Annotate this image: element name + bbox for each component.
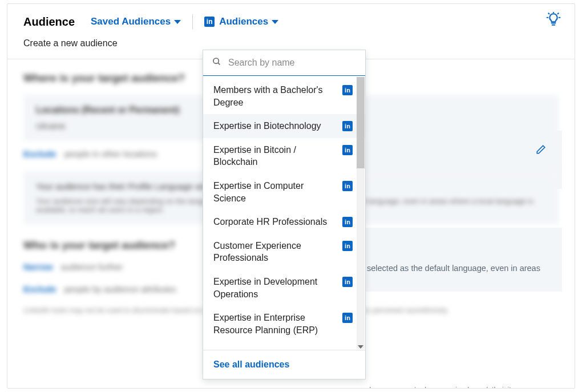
exclude-link[interactable]: Exclude (23, 149, 56, 159)
saved-audiences-dropdown[interactable]: Saved Audiences (91, 16, 181, 27)
dropdown-item-label: Expertise in Enterprise Resource Plannin… (213, 312, 328, 336)
dropdown-footer: See all audiences (203, 350, 365, 379)
dropdown-item[interactable]: Corporate HR Professionalsin (203, 210, 365, 234)
dropdown-item[interactable]: Expertise in Development Operationsin (203, 270, 365, 306)
pencil-icon (536, 144, 546, 155)
dropdown-item-label: Customer Experience Professionals (213, 240, 328, 264)
exclude-locations-text: people in other locations (64, 149, 157, 159)
audiences-label: Audiences (219, 16, 268, 27)
exclude-attr-text: people by audience attributes (64, 284, 176, 294)
dropdown-item-label: Members with a Bachelor's Degree (213, 84, 328, 108)
chevron-down-icon (174, 20, 181, 24)
linkedin-icon: in (342, 241, 353, 251)
dropdown-item-label: Expertise in Bitcoin / Blockchain (213, 144, 328, 168)
scroll-down-arrow-icon[interactable] (358, 345, 363, 349)
chevron-down-icon (272, 20, 278, 24)
linkedin-icon: in (342, 277, 353, 287)
dropdown-item-label: Expertise in Computer Science (213, 180, 328, 204)
audiences-dropdown-panel: Members with a Bachelor's DegreeinExpert… (203, 50, 366, 379)
lightbulb-icon (546, 12, 561, 27)
svg-line-6 (218, 63, 220, 64)
linkedin-icon: in (342, 217, 353, 227)
exclude-attr-link[interactable]: Exclude (23, 284, 56, 294)
svg-point-5 (213, 58, 219, 63)
dropdown-item[interactable]: Expertise in Biotechnologyin (203, 114, 365, 138)
dropdown-scrollbar-thumb[interactable] (357, 77, 365, 168)
vertical-divider (192, 14, 193, 29)
linkedin-icon: in (342, 313, 353, 323)
svg-line-3 (548, 13, 549, 14)
tips-button[interactable] (546, 12, 561, 30)
dropdown-item[interactable]: Expertise in Enterprise Resource Plannin… (203, 306, 365, 342)
dropdown-item[interactable]: Members with a Bachelor's Degreein (203, 78, 365, 114)
dropdown-list[interactable]: Members with a Bachelor's DegreeinExpert… (203, 76, 365, 350)
edit-locations-button[interactable] (536, 144, 546, 157)
linkedin-icon: in (342, 121, 353, 131)
narrow-text: audience further (61, 262, 123, 272)
svg-line-4 (558, 13, 559, 14)
fine-print-visible-tail: der, age, or actual or perceived race/et… (367, 385, 516, 389)
saved-audiences-label: Saved Audiences (91, 16, 171, 27)
dropdown-list-container: Members with a Bachelor's DegreeinExpert… (203, 76, 365, 350)
search-icon (212, 57, 221, 68)
dropdown-search-row (203, 50, 365, 76)
dropdown-item-label: Expertise in Development Operations (213, 276, 328, 300)
narrow-link[interactable]: Narrow (23, 262, 53, 272)
linkedin-icon: in (342, 85, 353, 95)
dropdown-item-label: Corporate HR Professionals (213, 216, 327, 228)
audiences-dropdown[interactable]: in Audiences (204, 16, 278, 27)
dropdown-search-input[interactable] (227, 57, 356, 68)
dropdown-item-label: Expertise in Biotechnology (213, 120, 321, 132)
linkedin-icon: in (204, 17, 215, 27)
linkedin-icon: in (342, 181, 353, 191)
language-sub-visible-tail: selected as the default language, even i… (367, 264, 540, 273)
page-title: Audience (23, 15, 75, 29)
dropdown-item[interactable]: Expertise in Computer Sciencein (203, 174, 365, 210)
dropdown-item[interactable]: Customer Experience Professionalsin (203, 234, 365, 270)
linkedin-icon: in (342, 145, 353, 155)
dropdown-item[interactable]: Expertise in Bitcoin / Blockchainin (203, 138, 365, 174)
audience-card: Audience Saved Audiences in Audiences Cr… (7, 3, 575, 389)
see-all-audiences-link[interactable]: See all audiences (213, 359, 289, 369)
header-row: Audience Saved Audiences in Audiences (7, 4, 575, 29)
